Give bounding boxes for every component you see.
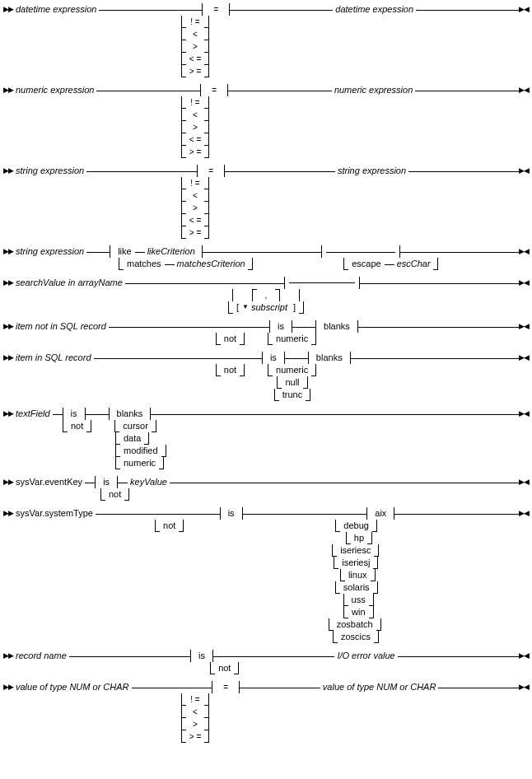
operator: < bbox=[186, 110, 204, 119]
operator: > bbox=[186, 203, 204, 212]
keyword-not: not bbox=[105, 489, 124, 499]
option: uss bbox=[348, 595, 369, 604]
option: aix bbox=[371, 508, 390, 518]
syntax-diagram: numeric expression=numeric expression! =… bbox=[3, 84, 529, 158]
operand-left: item in SQL record bbox=[13, 352, 94, 362]
operator: > bbox=[186, 42, 204, 51]
keyword-not: not bbox=[221, 365, 240, 375]
operator: ! = bbox=[186, 98, 204, 107]
keyword-not: not bbox=[68, 421, 86, 431]
operator: < bbox=[186, 30, 204, 39]
operand-left: record name bbox=[13, 651, 69, 660]
operator: ! = bbox=[186, 17, 204, 26]
subscript: subscript bbox=[249, 302, 290, 312]
operand-left: item not in SQL record bbox=[13, 321, 109, 331]
operator: > = bbox=[186, 732, 204, 741]
syntax-diagram: datetime expression=datetime expession! … bbox=[3, 3, 529, 77]
like-criterion: likeCriterion bbox=[145, 246, 198, 256]
operand-right: I/O error value bbox=[334, 651, 397, 660]
operator: = bbox=[207, 5, 225, 14]
operand-left: sysVar.systemType bbox=[13, 508, 96, 518]
option: win bbox=[348, 607, 369, 617]
operand-right: numeric expression bbox=[332, 85, 415, 95]
operand-right: string expression bbox=[335, 166, 408, 175]
keyword-is: is bbox=[195, 651, 208, 660]
keyword-is: is bbox=[274, 321, 287, 331]
keyword-not: not bbox=[215, 663, 234, 673]
keyword-is: is bbox=[267, 352, 280, 362]
option: iseriesj bbox=[338, 557, 373, 567]
option: hp bbox=[351, 533, 367, 543]
operand-left: string expression bbox=[13, 166, 86, 175]
operator: = bbox=[202, 166, 220, 175]
option: cursor bbox=[119, 421, 152, 431]
operator: = bbox=[217, 683, 235, 692]
syntax-diagram: searchValue in arrayName,[ ▼ subscript] bbox=[3, 277, 529, 314]
keyword-is: is bbox=[100, 477, 113, 487]
operand-left: value of type NUM or CHAR bbox=[13, 682, 132, 692]
option: numeric bbox=[120, 458, 159, 468]
option: numeric bbox=[273, 334, 311, 343]
operator: = bbox=[205, 86, 223, 95]
syntax-diagram: string expressionlikelikeCriterionmatche… bbox=[3, 245, 529, 270]
syntax-diagram: sysVar.eventKeyiskeyValuenot bbox=[3, 476, 529, 501]
operand-left: textField bbox=[13, 408, 53, 418]
syntax-diagram: item in SQL recordisblanksnotnumericnull… bbox=[3, 352, 529, 401]
option: zosbatch bbox=[334, 619, 376, 629]
operator: < bbox=[186, 707, 204, 716]
operator: ! = bbox=[186, 179, 204, 188]
operator: ! = bbox=[186, 695, 204, 704]
operator: < = bbox=[186, 135, 204, 144]
option: zoscics bbox=[338, 632, 374, 641]
bracket-close: ] bbox=[290, 302, 299, 312]
syntax-diagram: textFieldisblanksnotcursordatamodifiednu… bbox=[3, 408, 529, 469]
option: debug bbox=[340, 520, 372, 530]
matches-criterion: matchesCriterion bbox=[175, 259, 248, 268]
keyword-like: like bbox=[114, 246, 135, 256]
operator: > bbox=[186, 720, 204, 729]
option: modified bbox=[120, 445, 161, 455]
syntax-diagram: item not in SQL recordisblanksnotnumeric bbox=[3, 320, 529, 345]
option: numeric bbox=[273, 365, 311, 375]
bracket-open: [ bbox=[233, 302, 242, 312]
option: data bbox=[120, 433, 144, 443]
operator: < = bbox=[186, 216, 204, 225]
search-label: searchValue in arrayName bbox=[13, 278, 125, 287]
operand-left: numeric expression bbox=[13, 85, 96, 95]
option: blanks bbox=[313, 352, 346, 362]
option: blanks bbox=[114, 408, 147, 418]
operand-left: sysVar.eventKey bbox=[13, 477, 85, 487]
operand-left: string expression bbox=[13, 246, 86, 256]
syntax-diagram: value of type NUM or CHAR=value of type … bbox=[3, 681, 529, 743]
keyword-not: not bbox=[221, 334, 240, 343]
syntax-diagram: record nameisI/O error valuenot bbox=[3, 650, 529, 674]
option: blanks bbox=[320, 321, 353, 331]
syntax-diagram: sysVar.systemTypeisaixnotdebughpiseriesc… bbox=[3, 507, 529, 643]
operator: > bbox=[186, 123, 204, 132]
keyword-matches: matches bbox=[124, 259, 165, 268]
operator: < bbox=[186, 191, 204, 200]
option: iseriesc bbox=[337, 545, 374, 555]
option: null bbox=[282, 377, 302, 387]
option: linux bbox=[345, 570, 371, 580]
operator: < = bbox=[186, 54, 204, 63]
operand-left: datetime expression bbox=[13, 4, 99, 14]
operator: > = bbox=[186, 228, 204, 237]
operand-right: datetime expession bbox=[333, 4, 416, 14]
keyword-is: is bbox=[68, 408, 81, 418]
keyword-escape: escape bbox=[348, 259, 384, 268]
option: solaris bbox=[340, 582, 373, 592]
keyword-is: is bbox=[225, 508, 238, 518]
operator: > = bbox=[186, 67, 204, 76]
option: trunc bbox=[279, 390, 306, 399]
operator: > = bbox=[186, 147, 204, 156]
syntax-diagram: string expression=string expression! =<>… bbox=[3, 165, 529, 239]
separator: , bbox=[257, 291, 275, 300]
key-value: keyValue bbox=[128, 477, 170, 487]
keyword-not: not bbox=[160, 520, 179, 530]
esc-char: escChar bbox=[394, 259, 433, 268]
operand-right: value of type NUM or CHAR bbox=[320, 682, 439, 692]
